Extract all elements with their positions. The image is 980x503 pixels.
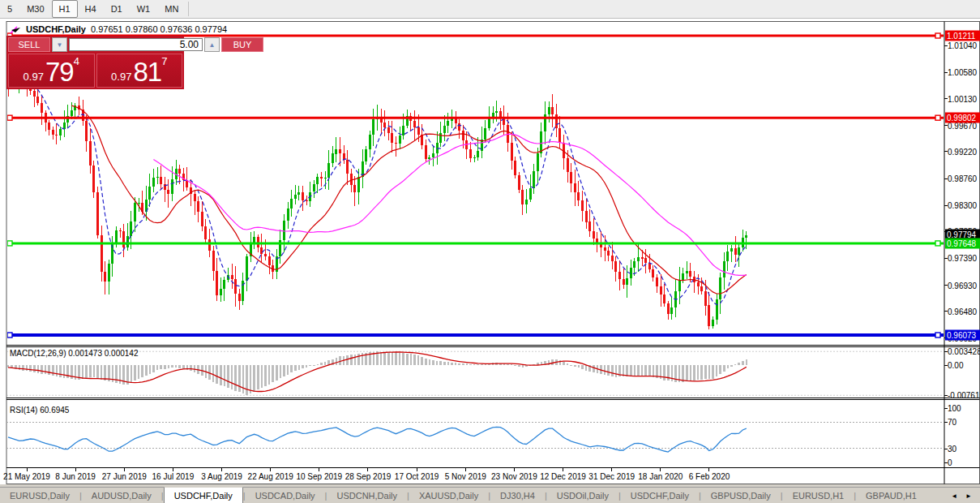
rsi-axis-label: 70 <box>948 418 956 427</box>
date-axis-label: 3 Aug 2019 <box>201 472 242 481</box>
volume-input[interactable] <box>69 38 203 51</box>
macd-axis-label: 0.00 <box>948 361 963 370</box>
date-axis-label: 28 Sep 2019 <box>345 472 392 481</box>
tab-scroll-left-icon[interactable]: ◄ <box>951 492 957 500</box>
timeframe-button-m30[interactable]: M30 <box>19 0 51 18</box>
tab-scroll-right-icon[interactable]: ► <box>965 492 972 500</box>
buy-price-small: 0.97 <box>111 69 131 85</box>
sell-button[interactable]: SELL <box>8 37 50 52</box>
chart-tab-eurusd-daily[interactable]: EURUSD,Daily <box>0 488 79 503</box>
date-axis-label: 27 Jun 2019 <box>102 472 147 481</box>
timeframe-button-w1[interactable]: W1 <box>130 0 158 18</box>
chart-tab-usdcnh-daily[interactable]: USDCNH,Daily <box>327 488 407 503</box>
date-axis-label: 21 May 2019 <box>3 472 50 481</box>
sell-price-sup: 4 <box>74 56 79 67</box>
rsi-axis-label: 0 <box>948 458 952 467</box>
volume-decrease-button[interactable]: ▼ <box>52 37 67 52</box>
price-axis-label: 1.01040 <box>948 41 977 50</box>
timeframe-toolbar: 5M30H1H4D1W1MN <box>0 0 980 19</box>
buy-button[interactable]: BUY <box>221 37 263 52</box>
rsi-label: RSI(14) 60.6945 <box>10 406 69 415</box>
price-axis-label: 0.97390 <box>948 254 977 263</box>
price-badge: 0.96073 <box>945 330 980 341</box>
chart-title-row: USDCHF,Daily 0.97651 0.97860 0.97636 0.9… <box>10 24 227 35</box>
chart-tab-usdcad-daily[interactable]: USDCAD,Daily <box>246 488 325 503</box>
timeframe-button-5[interactable]: 5 <box>0 0 19 18</box>
chart-tab-usdoil-daily[interactable]: USDOil,Daily <box>547 488 618 503</box>
macd-axis-label: -0.007615 <box>948 391 980 400</box>
rsi-axis-label: 100 <box>948 404 961 413</box>
price-axis-label: 0.96480 <box>948 307 977 316</box>
price-badge: 0.99802 <box>945 113 980 123</box>
sell-price-box[interactable]: 0.97 79 4 <box>8 54 95 88</box>
chart-title-symbol: USDCHF,Daily <box>26 24 86 34</box>
date-axis-label: 31 Dec 2019 <box>588 472 635 481</box>
timeframe-button-d1[interactable]: D1 <box>104 0 130 18</box>
buy-price-sup: 7 <box>161 56 167 67</box>
price-axis-label: 0.98300 <box>948 201 977 210</box>
buy-price-box[interactable]: 0.97 81 7 <box>96 54 183 88</box>
timeframe-button-h1[interactable]: H1 <box>52 0 78 18</box>
date-axis-label: 17 Oct 2019 <box>395 472 439 481</box>
chart-tab-audusd-daily[interactable]: AUDUSD,Daily <box>82 488 161 503</box>
one-click-trading-panel: SELL ▼ ▲ BUY 0.97 79 4 0.97 81 7 <box>6 36 184 89</box>
price-badge: 1.01211 <box>945 31 980 41</box>
price-axis-label: 0.98760 <box>948 174 977 183</box>
buy-price-big: 81 <box>133 58 161 85</box>
volume-increase-button[interactable]: ▲ <box>204 37 220 52</box>
chart-title-ohlc: 0.97651 0.97860 0.97636 0.97794 <box>91 24 227 34</box>
date-axis-label: 8 Jun 2019 <box>55 472 96 481</box>
chart-tab-usdchf-daily[interactable]: USDCHF,Daily <box>164 487 243 503</box>
date-axis-label: 16 Jul 2019 <box>152 472 195 481</box>
date-axis-label: 6 Feb 2020 <box>689 472 730 481</box>
chart-tab-bar: EURUSD,Daily|AUDUSD,Daily|USDCHF,Daily|U… <box>0 487 980 503</box>
price-badge: 0.97648 <box>945 238 980 248</box>
date-axis-label: 5 Nov 2019 <box>445 472 486 481</box>
tab-scroll-controls: ◄► <box>943 488 980 503</box>
chart-cursor-icon <box>10 24 21 34</box>
price-axis-label: 0.99220 <box>948 148 977 157</box>
chart-tab-gbpaud-h1[interactable]: GBPAUD,H1 <box>856 488 927 503</box>
chart-tab-xauusd-daily[interactable]: XAUUSD,Daily <box>409 488 488 503</box>
timeframe-button-h4[interactable]: H4 <box>78 0 104 18</box>
chart-tab-dj30-h4[interactable]: DJ30,H4 <box>490 488 545 503</box>
macd-label: MACD(12,26,9) 0.001473 0.000142 <box>10 349 138 358</box>
toolbar-separator <box>188 2 189 16</box>
date-axis-label: 22 Aug 2019 <box>248 472 293 481</box>
sell-price-big: 79 <box>45 58 74 85</box>
price-axis-label: 1.00130 <box>948 94 977 103</box>
date-axis-label: 10 Sep 2019 <box>296 472 342 481</box>
sell-price-small: 0.97 <box>24 69 44 85</box>
timeframe-button-mn[interactable]: MN <box>157 0 186 18</box>
date-axis-label: 23 Nov 2019 <box>491 472 537 481</box>
macd-axis-label: 0.003428 <box>948 347 980 356</box>
price-axis-label: 0.96930 <box>948 281 977 290</box>
date-axis-label: 12 Dec 2019 <box>540 472 586 481</box>
date-axis-label: 18 Jan 2020 <box>638 472 683 481</box>
chart-tab-eurusd-h1[interactable]: EURUSD,H1 <box>783 488 854 503</box>
chart-tab-gbpusd-daily[interactable]: GBPUSD,Daily <box>701 488 781 503</box>
price-axis-label: 1.00580 <box>948 68 977 77</box>
rsi-axis-label: 30 <box>948 445 956 454</box>
chart-tab-usdchf-daily[interactable]: USDCHF,Daily <box>621 488 699 503</box>
